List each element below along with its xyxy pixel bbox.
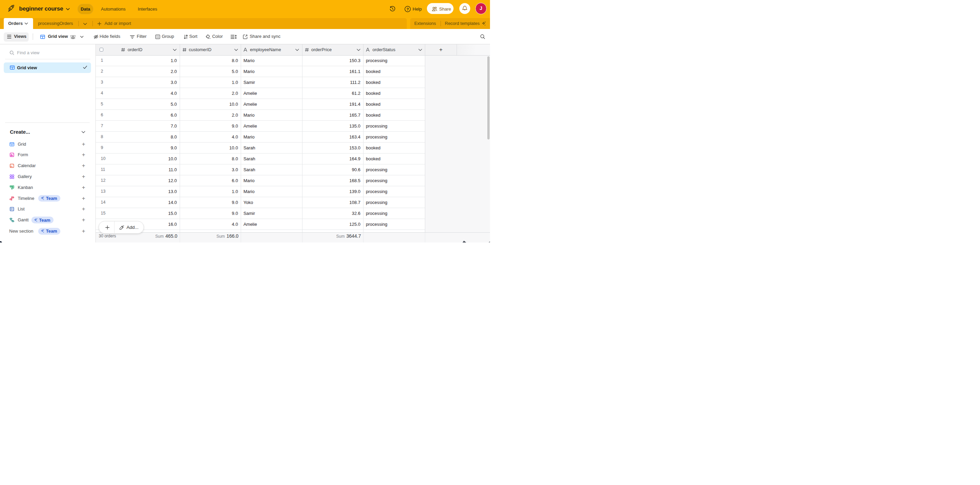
svg-text:?: ?: [406, 7, 409, 11]
svg-text:31: 31: [11, 165, 13, 167]
